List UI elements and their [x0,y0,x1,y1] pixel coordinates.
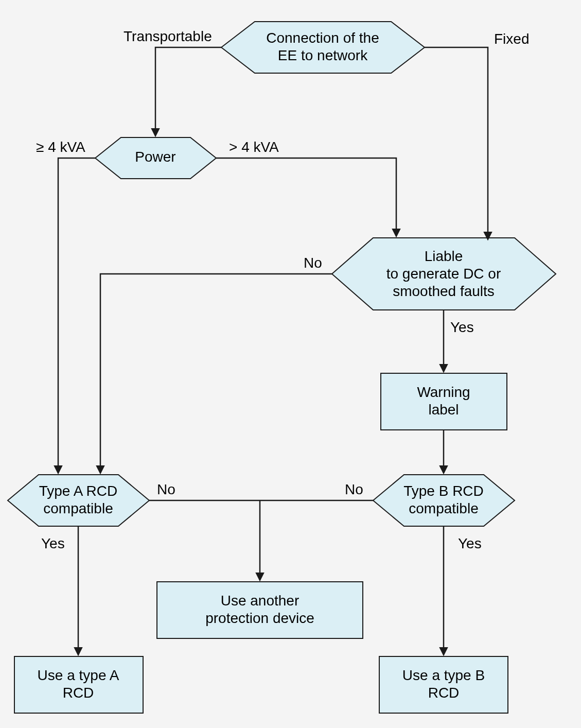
node-rcdB: Type B RCD compatible [373,475,515,526]
node-rcdA-line2: compatible [43,500,113,516]
edge-fixed [425,47,488,239]
node-useB: Use a type B RCD [379,656,508,713]
edge-transportable [155,47,221,135]
node-useA-line2: RCD [63,685,94,701]
node-connection-line2: EE to network [278,47,368,63]
node-warning: Warning label [381,373,507,430]
node-another-line1: Use another [221,593,300,609]
node-another-line2: protection device [205,610,314,626]
edge-label-yesB: Yes [458,535,482,551]
node-liable-line1: Liable [425,248,463,264]
node-useA: Use a type A RCD [14,656,143,713]
node-rcdA: Type A RCD compatible [8,475,149,526]
edge-gt4 [216,158,396,236]
node-liable: Liable to generate DC or smoothed faults [332,238,556,310]
node-useB-line2: RCD [428,685,460,701]
edge-label-ge4: ≥ 4 kVA [36,139,85,155]
node-power: Power [95,137,216,179]
edge-ge4 [58,158,95,473]
node-another: Use another protection device [157,582,363,638]
edge-label-gt4: > 4 kVA [229,139,279,155]
node-power-line1: Power [135,149,175,165]
node-warning-line2: label [428,402,459,418]
edge-label-yes-liable: Yes [450,319,474,335]
edge-label-no-liable: No [304,255,322,271]
node-warning-line1: Warning [417,384,470,400]
node-rcdA-line1: Type A RCD [39,483,118,499]
node-liable-line2: to generate DC or [386,266,501,282]
edge-label-fixed: Fixed [494,31,529,47]
edge-label-noB: No [345,481,363,497]
node-connection: Connection of the EE to network [221,22,425,73]
edge-label-noA: No [157,481,175,497]
node-rcdB-line2: compatible [409,500,478,516]
edge-no-liable [100,274,332,473]
flowchart: Connection of the EE to network Power Li… [0,0,581,728]
node-connection-line1: Connection of the [266,30,379,46]
edge-label-transportable: Transportable [124,28,212,44]
node-rcdB-line1: Type B RCD [403,483,484,499]
edge-label-yesA: Yes [41,535,65,551]
node-liable-line3: smoothed faults [393,283,495,299]
node-useA-line1: Use a type A [38,667,119,683]
node-useB-line1: Use a type B [402,667,485,683]
